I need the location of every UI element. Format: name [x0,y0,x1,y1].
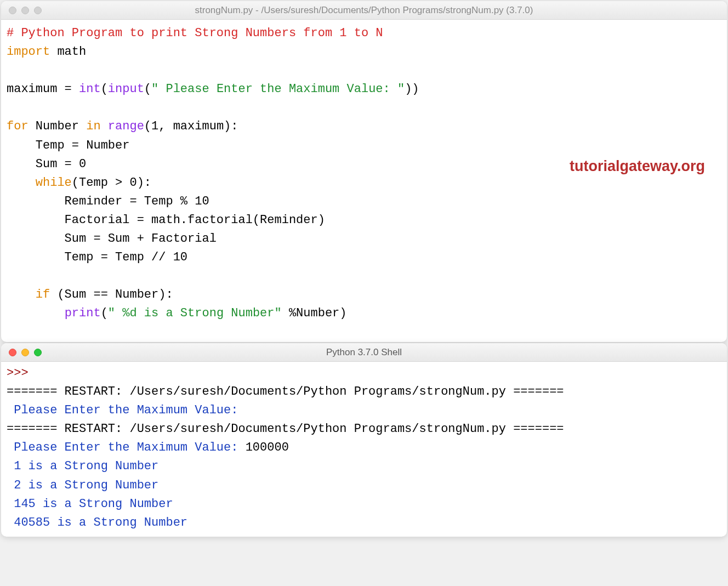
shell-input-prompt: Please Enter the Maximum Value: [7,403,246,417]
code-text: %Number) [282,306,347,320]
code-text: (Sum == Number): [50,288,173,301]
shell-traffic-lights [1,349,42,356]
shell-output-line: 1 is a Strong Number [7,459,158,473]
code-text: math [50,45,86,59]
code-number: 10 [173,251,187,264]
code-keyword-if: if [36,288,50,301]
zoom-icon[interactable] [34,349,42,356]
shell-output-line: 2 is a Strong Number [7,479,158,492]
shell-output-line: 40585 is a Strong Number [7,516,187,530]
code-text [101,120,108,133]
code-text [7,288,36,301]
code-keyword-import: import [7,45,50,59]
shell-prompt: >>> [7,366,36,380]
code-text [7,176,36,190]
code-text: maximum = [7,82,79,96]
code-text: ( [144,82,151,96]
minimize-icon[interactable] [21,349,29,356]
code-text: Sum = Sum + Factorial [7,232,217,246]
code-builtin-input: input [108,82,144,96]
code-text: Reminder = Temp % [7,195,195,208]
code-text: Factorial = math.factorial(Reminder) [7,213,325,227]
editor-title: strongNum.py - /Users/suresh/Documents/P… [1,5,727,16]
code-string: " Please Enter the Maximum Value: " [151,82,405,96]
editor-code-area[interactable]: # Python Program to print Strong Numbers… [1,20,727,342]
shell-title: Python 3.7.0 Shell [1,347,727,358]
shell-output-area[interactable]: >>> ======= RESTART: /Users/suresh/Docum… [1,362,727,537]
code-builtin-print: print [65,306,101,320]
code-number: 10 [195,195,209,208]
code-builtin-range: range [108,120,144,133]
close-icon[interactable] [9,7,16,14]
shell-output-line: 145 is a Strong Number [7,497,173,511]
code-text: Temp = Number [7,139,129,152]
close-icon[interactable] [9,349,16,356]
code-number: 1 [151,120,158,133]
code-text: Sum = [7,157,79,171]
code-keyword-while: while [36,176,72,190]
code-comment: # Python Program to print Strong Numbers… [7,26,383,40]
code-number: 0 [129,176,136,190]
code-text [7,306,65,320]
code-number: 0 [79,157,86,171]
editor-titlebar[interactable]: strongNum.py - /Users/suresh/Documents/P… [1,1,727,20]
minimize-icon[interactable] [21,7,29,14]
shell-restart-line: ======= RESTART: /Users/suresh/Documents… [7,385,564,399]
zoom-icon[interactable] [34,7,42,14]
code-text: (Temp > [72,176,130,190]
code-text: ): [137,176,151,190]
code-keyword-in: in [86,120,100,133]
code-text: Temp = Temp // [7,251,173,264]
code-keyword-for: for [7,120,29,133]
shell-user-input: 100000 [246,441,289,454]
shell-titlebar[interactable]: Python 3.7.0 Shell [1,343,727,362]
code-text: , maximum): [158,120,238,133]
shell-input-prompt: Please Enter the Maximum Value: [7,441,246,454]
code-text: ( [101,82,108,96]
code-text: ( [101,306,108,320]
code-builtin-int: int [79,82,101,96]
watermark: tutorialgateway.org [570,155,705,178]
shell-window: Python 3.7.0 Shell >>> ======= RESTART: … [1,343,727,537]
editor-window: strongNum.py - /Users/suresh/Documents/P… [1,1,727,342]
code-text: )) [405,82,419,96]
code-text: Number [29,120,87,133]
editor-traffic-lights [1,7,42,14]
shell-restart-line: ======= RESTART: /Users/suresh/Documents… [7,422,564,436]
code-string: " %d is a Strong Number" [108,306,282,320]
code-text: ( [144,120,151,133]
